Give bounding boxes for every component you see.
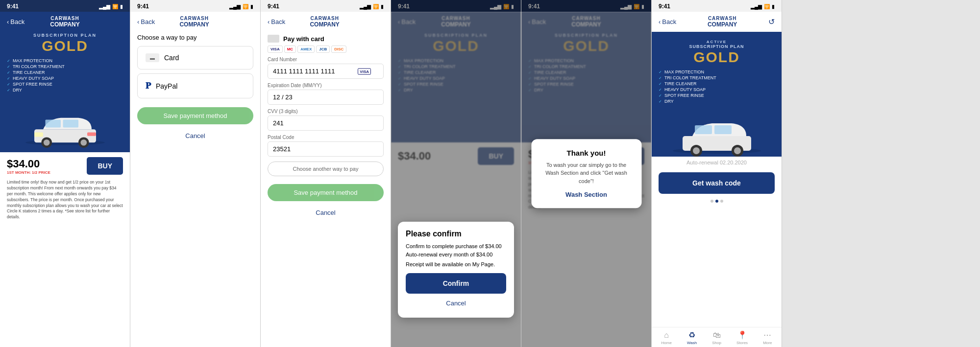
save-payment-button-3[interactable]: Save payment method <box>268 184 384 201</box>
back-button-6[interactable]: ‹ Back <box>659 18 676 25</box>
svg-rect-8 <box>34 132 43 137</box>
home-icon: ⌂ <box>664 331 669 340</box>
wash-icon: ♻ <box>688 330 695 340</box>
card-icon: ▬ <box>146 53 159 62</box>
back-button-2[interactable]: ‹ Back <box>137 18 155 25</box>
chevron-left-icon: ‹ <box>7 18 9 25</box>
chevron-left-icon: ‹ <box>137 18 139 25</box>
feature-item: ✓HEAVY DUTY SOAP <box>7 76 123 81</box>
choose-another-button[interactable]: Choose another way to pay <box>268 162 384 176</box>
card-symbol: ▬ <box>150 55 155 61</box>
cvv-label: CVV (3 digits) <box>268 109 384 114</box>
card-option-label: Card <box>164 54 179 62</box>
status-time-6: 9:41 <box>659 3 670 10</box>
price-row-1: $34.00 1ST MONTH: 1/2 PRICE BUY <box>0 152 130 177</box>
status-bar-3: 9:41 ▂▄▆ 🛜 ▮ <box>261 0 391 12</box>
visa-badge: VISA <box>268 46 283 53</box>
dot-indicator <box>652 198 782 205</box>
cancel-link-3[interactable]: Cancel <box>261 206 391 219</box>
discover-badge: DISC <box>331 46 346 53</box>
check-icon: ✓ <box>7 82 10 87</box>
status-icons-1: ▂▄▆ 🛜 ▮ <box>99 4 123 9</box>
svg-point-5 <box>43 139 49 145</box>
nav-bar-3: ‹ Back CARWASH COMPANY <box>261 12 391 32</box>
buy-button-1[interactable]: BUY <box>87 157 123 175</box>
svg-rect-9 <box>87 132 96 136</box>
logo-line1-1: CARWASH <box>50 16 79 21</box>
back-label-6: Back <box>662 18 676 25</box>
price-value-1: $34.00 <box>7 158 50 170</box>
more-icon: ⋯ <box>763 330 771 340</box>
wifi-icon: 🛜 <box>764 4 770 9</box>
confirm-line1: Confirm to complete purchase of $34.00 <box>406 243 502 249</box>
nav-more[interactable]: ⋯ More <box>763 330 772 345</box>
confirm-cancel-link[interactable]: Cancel <box>406 297 506 310</box>
svg-rect-3 <box>63 119 78 127</box>
status-time-1: 9:41 <box>7 3 19 10</box>
chevron-left-icon: ‹ <box>268 18 270 25</box>
expiry-input[interactable] <box>268 90 384 105</box>
visa-input-badge: VISA <box>358 68 371 74</box>
get-wash-code-button[interactable]: Get wash code <box>659 172 775 194</box>
confirm-line2: Auto-renewal every month of $34.00 <box>406 252 492 257</box>
nav-wash[interactable]: ♻ Wash <box>687 330 697 345</box>
check-icon: ✓ <box>7 76 10 81</box>
svg-rect-2 <box>45 119 61 127</box>
cancel-link-2[interactable]: Cancel <box>130 129 260 142</box>
active-plan-header: ACTIVE SUBSCRIPTION PLAN GOLD ✓MAX PROTE… <box>652 32 782 113</box>
check-icon: ✓ <box>7 65 10 69</box>
postal-input[interactable] <box>268 141 384 157</box>
logo-line2-3: COMPANY <box>285 21 364 28</box>
back-button-3[interactable]: ‹ Back <box>268 18 285 25</box>
plan-name-1: GOLD <box>7 38 123 54</box>
status-time-2: 9:41 <box>137 3 149 10</box>
expiry-label: Expiration Date (MM/YY) <box>268 83 384 88</box>
logo-3: CARWASH COMPANY <box>285 16 364 28</box>
feature-item: ✓MAX PROTECTION <box>659 69 775 74</box>
cvv-group: CVV (3 digits) <box>261 107 391 133</box>
feature-item: ✓TIRE CLEANER <box>659 81 775 86</box>
card-number-group: Card Number VISA <box>261 55 391 81</box>
card-brands: VISA MC AMEX JCB DISC <box>261 44 391 55</box>
battery-icon: ▮ <box>120 4 123 9</box>
nav-home-label: Home <box>662 341 672 345</box>
car-illustration-6 <box>668 113 766 157</box>
logo-line2-2: COMPANY <box>155 21 234 28</box>
nav-home[interactable]: ⌂ Home <box>662 331 672 345</box>
features-6: ✓MAX PROTECTION ✓TRI COLOR TREATMENT ✓TI… <box>659 69 775 104</box>
dot-3 <box>720 200 723 203</box>
screen-thankyou: 9:41 ▂▄▆ 🛜 ▮ ‹ Back CARWASH COMPANY SUBS… <box>521 0 652 347</box>
card-number-wrapper: VISA <box>268 64 384 79</box>
logo-line1-3: CARWASH <box>285 16 364 21</box>
confirm-button[interactable]: Confirm <box>406 273 506 294</box>
wash-section-link[interactable]: Wash Section <box>539 191 634 198</box>
status-bar-6: 9:41 ▂▄▆ 🛜 ▮ <box>652 0 782 12</box>
nav-stores-label: Stores <box>736 341 748 345</box>
nav-stores[interactable]: 📍 Stores <box>736 330 748 345</box>
wifi-icon: 🛜 <box>243 4 248 9</box>
card-payment-option[interactable]: ▬ Card <box>137 46 253 69</box>
nav-bar-6: ‹ Back CARWASH COMPANY ↺ <box>652 12 782 32</box>
logo-1: CARWASH COMPANY <box>50 16 79 28</box>
status-bar-2: 9:41 ▂▄▆ 🛜 ▮ <box>130 0 260 12</box>
back-button-1[interactable]: ‹ Back <box>7 18 24 25</box>
card-number-label: Card Number <box>268 57 384 62</box>
confirm-modal-title: Please confirm <box>406 230 506 238</box>
cvv-input[interactable] <box>268 116 384 131</box>
active-plan-name: GOLD <box>659 49 775 66</box>
plan-header: ‹ Back CARWASH COMPANY SUBSCRIPTION PLAN… <box>0 12 130 103</box>
paypal-payment-option[interactable]: 𝐏 PayPal <box>137 73 253 98</box>
refresh-icon[interactable]: ↺ <box>768 17 775 26</box>
confirm-modal: Please confirm Confirm to complete purch… <box>398 222 514 318</box>
nav-shop[interactable]: 🛍 Shop <box>712 331 721 345</box>
dot-1 <box>710 200 713 203</box>
active-label: ACTIVE <box>659 40 775 44</box>
jcb-badge: JCB <box>316 46 330 53</box>
price-note-1: 1ST MONTH: 1/2 PRICE <box>7 170 50 175</box>
save-payment-button-2[interactable]: Save payment method <box>137 107 253 124</box>
screen-confirm: 9:41 ▂▄▆ 🛜 ▮ ‹ Back CARWASH COMPANY SUBS… <box>391 0 521 347</box>
choose-payment-title: Choose a way to pay <box>130 32 260 46</box>
thankyou-text: To wash your car simply go to the Wash S… <box>539 161 634 185</box>
signal-icon: ▂▄▆ <box>99 4 110 9</box>
back-label-3: Back <box>271 18 285 25</box>
